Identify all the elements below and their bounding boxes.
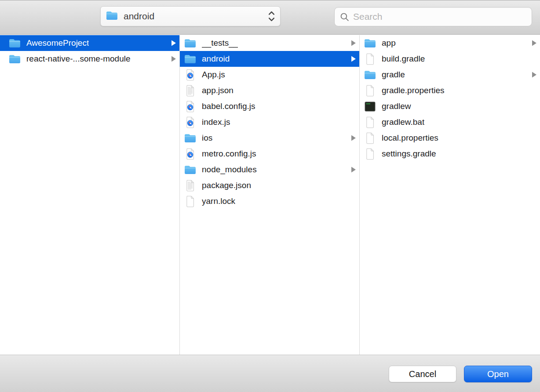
file-name: babel.config.js xyxy=(202,102,255,111)
file-row[interactable]: local.properties xyxy=(360,130,540,146)
file-name: gradle.properties xyxy=(382,86,445,95)
file-row[interactable]: gradle xyxy=(360,67,540,83)
folder-icon xyxy=(184,164,196,176)
folder-icon xyxy=(184,132,196,144)
file-name: react-native-...some-module xyxy=(26,54,131,64)
file-name: gradlew.bat xyxy=(382,117,424,127)
file-blank-icon xyxy=(364,116,376,128)
disclosure-arrow-icon xyxy=(171,40,176,46)
file-row[interactable]: gradle.properties xyxy=(360,83,540,98)
folder-icon xyxy=(184,53,196,65)
browser-column-1[interactable]: AwesomeProjectreact-native-...some-modul… xyxy=(0,35,180,355)
disclosure-arrow-icon xyxy=(351,56,356,62)
browser-column-2[interactable]: __tests__androidApp.jsapp.jsonbabel.conf… xyxy=(180,35,360,355)
file-name: AwesomeProject xyxy=(26,38,89,48)
file-blank-icon xyxy=(364,53,376,65)
file-row[interactable]: gradlew xyxy=(360,98,540,114)
current-folder-dropdown[interactable]: android xyxy=(100,6,281,26)
search-field xyxy=(334,7,532,26)
file-blank-icon xyxy=(184,196,196,207)
file-name: settings.gradle xyxy=(382,149,436,159)
file-row[interactable]: babel.config.js xyxy=(180,98,359,114)
file-name: gradlew xyxy=(382,102,411,111)
file-name: __tests__ xyxy=(202,38,238,48)
search-input[interactable] xyxy=(353,11,526,22)
file-row[interactable]: node_modules xyxy=(180,162,359,178)
file-name: index.js xyxy=(202,117,230,127)
file-row[interactable]: build.gradle xyxy=(360,51,540,67)
folder-icon xyxy=(106,11,118,22)
file-row[interactable]: ios xyxy=(180,130,359,146)
file-name: ios xyxy=(202,133,212,143)
file-row[interactable]: yarn.lock xyxy=(180,193,359,209)
folder-icon xyxy=(9,37,21,49)
folder-icon xyxy=(364,69,376,81)
file-js-icon xyxy=(184,148,196,160)
disclosure-arrow-icon xyxy=(532,40,537,46)
file-row[interactable]: metro.config.js xyxy=(180,146,359,162)
file-row[interactable]: react-native-...some-module xyxy=(0,51,179,67)
file-row[interactable]: index.js xyxy=(180,114,359,130)
file-row[interactable]: app xyxy=(360,35,540,51)
file-blank-icon xyxy=(364,132,376,144)
file-name: yarn.lock xyxy=(202,196,235,206)
file-name: node_modules xyxy=(202,165,257,174)
file-js-icon xyxy=(184,116,196,128)
file-row[interactable]: App.js xyxy=(180,67,359,83)
file-name: gradle xyxy=(382,70,405,80)
open-file-dialog: android AwesomeProjectreact-native-...so… xyxy=(0,0,540,392)
disclosure-arrow-icon xyxy=(351,40,356,46)
file-row[interactable]: settings.gradle xyxy=(360,146,540,162)
file-text-icon xyxy=(184,85,196,97)
dialog-toolbar: android xyxy=(0,0,540,35)
file-name: local.properties xyxy=(382,133,438,143)
current-folder-label: android xyxy=(124,11,268,22)
column-browser: AwesomeProjectreact-native-...some-modul… xyxy=(0,35,540,355)
file-row[interactable]: package.json xyxy=(180,178,359,193)
file-js-icon xyxy=(184,69,196,81)
search-icon xyxy=(340,12,349,22)
file-name: app.json xyxy=(202,86,234,95)
file-text-icon xyxy=(184,180,196,192)
file-name: metro.config.js xyxy=(202,149,256,159)
open-button[interactable]: Open xyxy=(464,366,532,382)
file-name: App.js xyxy=(202,70,225,80)
disclosure-arrow-icon xyxy=(351,135,356,141)
file-name: package.json xyxy=(202,181,251,190)
file-name: android xyxy=(202,54,230,64)
file-name: app xyxy=(382,38,396,48)
browser-column-3[interactable]: appbuild.gradlegradlegradle.propertiesgr… xyxy=(360,35,540,355)
file-row[interactable]: gradlew.bat xyxy=(360,114,540,130)
file-blank-icon xyxy=(364,148,376,160)
file-row[interactable]: android xyxy=(180,51,359,67)
disclosure-arrow-icon xyxy=(351,167,356,173)
file-name: build.gradle xyxy=(382,54,425,64)
folder-icon xyxy=(184,37,196,49)
file-blank-icon xyxy=(364,85,376,97)
chevron-up-down-icon xyxy=(268,11,275,22)
cancel-button[interactable]: Cancel xyxy=(389,366,456,382)
file-js-icon xyxy=(184,101,196,113)
file-exec-icon xyxy=(364,101,376,113)
folder-icon xyxy=(364,37,376,49)
file-row[interactable]: app.json xyxy=(180,83,359,98)
file-row[interactable]: AwesomeProject xyxy=(0,35,179,51)
disclosure-arrow-icon xyxy=(532,72,537,78)
dialog-footer: Cancel Open xyxy=(0,355,540,392)
folder-icon xyxy=(9,53,21,65)
disclosure-arrow-icon xyxy=(171,56,176,62)
file-row[interactable]: __tests__ xyxy=(180,35,359,51)
